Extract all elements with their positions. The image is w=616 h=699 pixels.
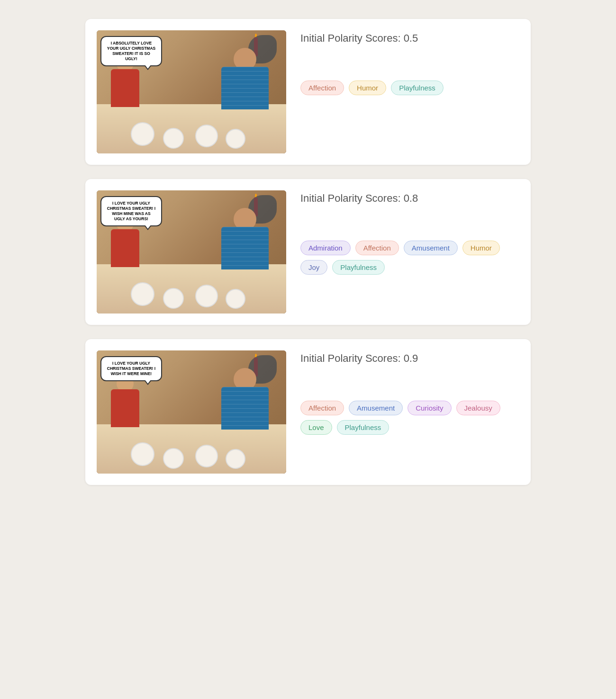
card-content-2: Initial Polarity Scores: 0.8 AdmirationA… (300, 190, 519, 275)
tag-curiosity: Curiosity (408, 401, 451, 415)
tag-affection: Affection (355, 241, 399, 255)
tag-affection: Affection (300, 81, 344, 95)
card-image-2: I LOVE YOUR UGLY CHRISTMAS SWEATER! I WI… (97, 190, 286, 314)
tag-playfulness: Playfulness (337, 420, 390, 435)
polarity-score-1: Initial Polarity Scores: 0.5 (300, 32, 519, 45)
tag-joy: Joy (300, 260, 327, 275)
tag-love: Love (300, 420, 332, 435)
card-content-3: Initial Polarity Scores: 0.9 AffectionAm… (300, 350, 519, 435)
tag-affection: Affection (300, 401, 344, 415)
speech-bubble-3: I LOVE YOUR UGLY CHRISTMAS SWEATER! I WI… (100, 356, 162, 381)
speech-bubble-1: I ABSOLUTELY LOVE YOUR UGLY CHRISTMAS SW… (100, 36, 162, 66)
tag-playfulness: Playfulness (391, 81, 444, 95)
tags-area-3: AffectionAmusementCuriosityJealousyLoveP… (300, 372, 519, 435)
person-right (219, 368, 271, 439)
card-image-1: I ABSOLUTELY LOVE YOUR UGLY CHRISTMAS SW… (97, 30, 286, 153)
tag-humor: Humor (462, 241, 500, 255)
card-1: I ABSOLUTELY LOVE YOUR UGLY CHRISTMAS SW… (85, 19, 531, 165)
card-2: I LOVE YOUR UGLY CHRISTMAS SWEATER! I WI… (85, 179, 531, 325)
tag-admiration: Admiration (300, 241, 351, 255)
card-3: I LOVE YOUR UGLY CHRISTMAS SWEATER! I WI… (85, 339, 531, 485)
polarity-score-2: Initial Polarity Scores: 0.8 (300, 192, 519, 205)
tag-humor: Humor (349, 81, 386, 95)
tag-jealousy: Jealousy (456, 401, 500, 415)
speech-bubble-2: I LOVE YOUR UGLY CHRISTMAS SWEATER! I WI… (100, 196, 162, 226)
person-left (106, 375, 144, 437)
tags-area-1: AffectionHumorPlayfulness (300, 52, 519, 95)
cards-container: I ABSOLUTELY LOVE YOUR UGLY CHRISTMAS SW… (85, 19, 531, 485)
polarity-score-3: Initial Polarity Scores: 0.9 (300, 352, 519, 365)
card-image-3: I LOVE YOUR UGLY CHRISTMAS SWEATER! I WI… (97, 350, 286, 474)
person-right (219, 48, 271, 119)
tag-amusement: Amusement (349, 401, 403, 415)
tag-playfulness: Playfulness (332, 260, 385, 275)
tags-area-2: AdmirationAffectionAmusementHumorJoyPlay… (300, 212, 519, 275)
tag-amusement: Amusement (404, 241, 458, 255)
person-right (219, 208, 271, 279)
card-content-1: Initial Polarity Scores: 0.5 AffectionHu… (300, 30, 519, 95)
